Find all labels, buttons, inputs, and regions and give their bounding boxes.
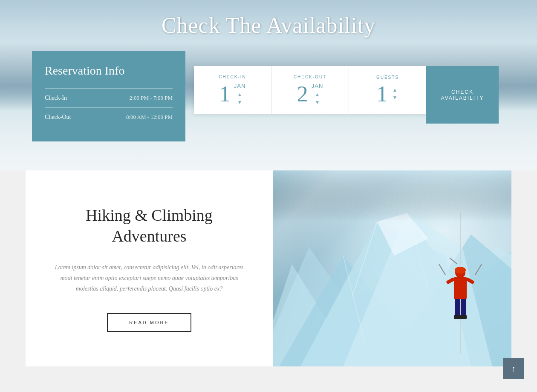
read-more-button[interactable]: READ MORE [107,313,191,332]
checkout-value: 8:00 AM - 12:00 PM [126,114,173,121]
guests-down-arrow[interactable]: ▼ [391,95,399,101]
adventure-title-line2: Adventures [112,227,186,245]
checkin-field[interactable]: CHECK-IN 1 Jan ▲ ▼ [194,66,271,114]
guests-count: 1 [377,83,388,105]
adventure-image [273,170,511,366]
adventure-description: Lorem ipsum dolor sit amet, consectetur … [51,262,247,294]
guests-field-label: GUESTS [376,75,399,80]
checkout-field[interactable]: CHECK-OUT 2 Jan ▲ ▼ [271,66,349,114]
adventure-title-line1: Hiking & Climbing [86,206,213,224]
checkin-month: Jan [234,83,246,89]
back-to-top-icon: ↑ [511,364,516,367]
svg-rect-11 [461,298,466,317]
ice-peaks-svg [273,170,511,366]
adventure-title: Hiking & Climbing Adventures [86,205,213,247]
checkout-down-arrow[interactable]: ▼ [314,99,321,105]
checkin-arrows: Jan ▲ ▼ [234,83,246,105]
check-availability-label: CHECKAVAILABILITY [441,89,484,101]
svg-rect-13 [460,315,467,319]
checkout-day: 2 [297,83,308,105]
checkin-label: Check-In [45,95,67,101]
svg-rect-10 [455,298,460,317]
checkout-label: Check-Out [45,114,71,121]
svg-rect-22 [273,170,511,222]
guests-field[interactable]: GUESTS 1 ▲ ▼ [349,66,426,114]
checkout-row: Check-Out 8:00 AM - 12:00 PM [45,107,173,127]
checkout-arrows: Jan ▲ ▼ [312,83,323,105]
checkout-month: Jan [312,83,323,89]
guests-up-arrow[interactable]: ▲ [391,87,399,93]
checkin-up-arrow[interactable]: ▲ [236,92,244,98]
checkin-value: 2:00 PM - 7:00 PM [130,95,173,101]
reservation-info-box: Reservation Info Check-In 2:00 PM - 7:00… [32,51,185,141]
hero-title: Check The Availability [162,13,375,38]
hero-section: Check The Availability Reservation Info … [0,0,537,170]
checkin-field-label: CHECK-IN [219,75,246,79]
checkout-field-label: CHECK-OUT [294,75,326,79]
svg-rect-12 [454,315,461,319]
back-to-top-button[interactable]: ↑ [503,358,524,366]
booking-bar: CHECK-IN 1 Jan ▲ ▼ CHECK-OUT 2 Jan ▲ ▼ [194,66,426,114]
guests-arrows: ▲ ▼ [391,87,399,101]
adventure-content-left: Hiking & Climbing Adventures Lorem ipsum… [26,170,273,366]
checkin-row: Check-In 2:00 PM - 7:00 PM [45,88,173,107]
checkin-content: 1 Jan ▲ ▼ [219,83,246,105]
checkin-day: 1 [219,83,231,105]
svg-rect-14 [454,277,467,299]
check-availability-button[interactable]: CHECKAVAILABILITY [426,66,499,124]
checkout-up-arrow[interactable]: ▲ [314,92,321,98]
lower-section: Hiking & Climbing Adventures Lorem ipsum… [0,170,537,366]
checkout-content: 2 Jan ▲ ▼ [297,83,323,105]
svg-point-16 [455,267,466,274]
reservation-info-heading: Reservation Info [45,64,173,78]
content-card: Hiking & Climbing Adventures Lorem ipsum… [26,170,511,366]
guests-content: 1 ▲ ▼ [377,83,399,105]
checkin-down-arrow[interactable]: ▼ [236,99,244,105]
